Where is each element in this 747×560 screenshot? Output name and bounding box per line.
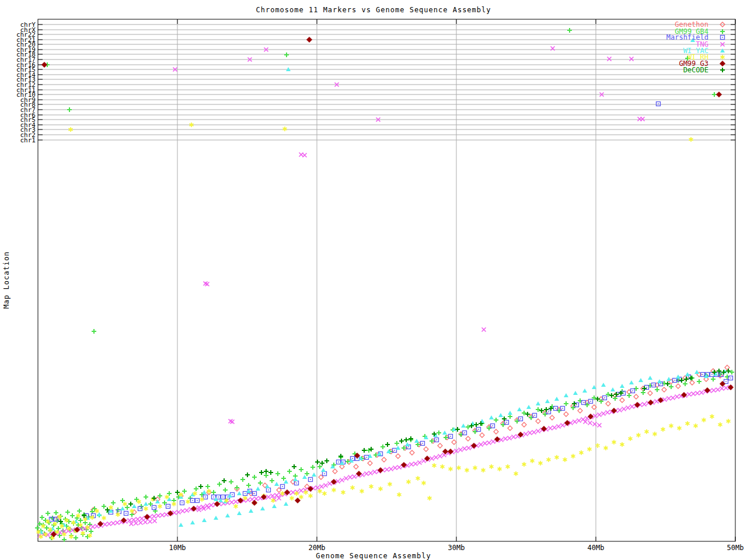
y-tick-label: chr1 — [20, 136, 36, 144]
x-tick-label: 20Mb — [309, 544, 326, 552]
x-tick-label: 40Mb — [588, 544, 605, 552]
x-tick-label: 30Mb — [448, 544, 465, 552]
series-marshfield — [50, 102, 733, 522]
chart-page: { "chart_data": { "type": "scatter", "ti… — [0, 0, 747, 560]
series-gm99-g3 — [42, 37, 734, 537]
legend: GenethonGM99 GB4MarshfieldTNGWI YACWI RH… — [666, 20, 725, 74]
gridlines — [38, 19, 735, 541]
series-gm99-gb4 — [35, 28, 734, 542]
x-tick-label: 10Mb — [169, 544, 186, 552]
legend-label: DeCODE — [683, 66, 708, 74]
series-wi-yac — [39, 38, 727, 534]
series-tng — [38, 47, 732, 538]
chart-svg: chrYchrXchr22chr21chr20chr19chr18chr17ch… — [0, 0, 747, 560]
series-wi-rh — [37, 123, 731, 540]
x-tick-label: 50Mb — [727, 544, 744, 552]
series-genethon — [56, 365, 729, 520]
